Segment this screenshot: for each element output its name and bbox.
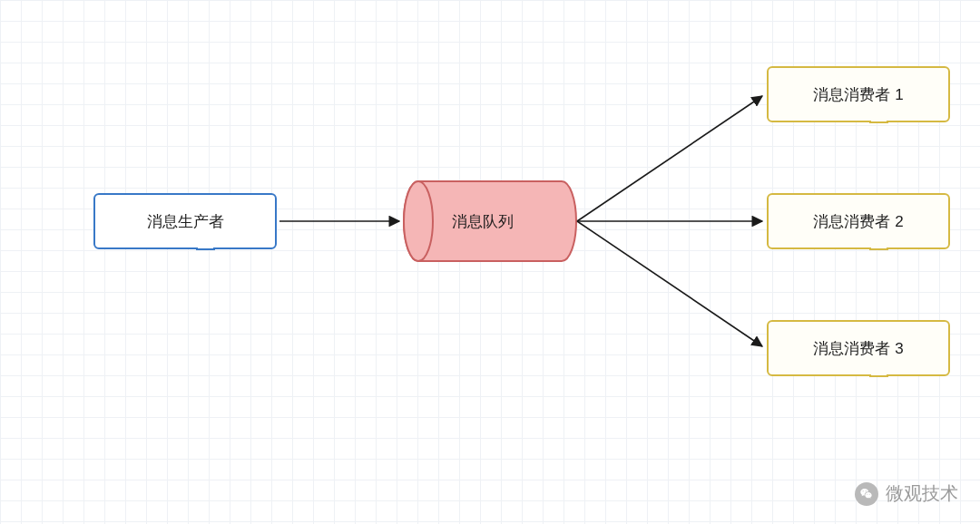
consumer-node-2: 消息消费者 2	[767, 193, 950, 249]
consumer-node-3: 消息消费者 3	[767, 320, 950, 376]
queue-label: 消息队列	[452, 211, 514, 232]
consumer-3-label: 消息消费者 3	[813, 338, 903, 359]
edge-queue-consumer1	[577, 96, 762, 221]
consumer-1-label: 消息消费者 1	[813, 84, 903, 105]
watermark-text: 微观技术	[886, 481, 958, 506]
wechat-icon	[855, 482, 878, 506]
edge-queue-consumer3	[577, 221, 762, 346]
watermark: 微观技术	[855, 481, 958, 506]
queue-node: 消息队列	[402, 180, 564, 263]
producer-label: 消息生产者	[147, 211, 224, 232]
consumer-2-label: 消息消费者 2	[813, 211, 903, 232]
producer-node: 消息生产者	[93, 193, 277, 249]
consumer-node-1: 消息消费者 1	[767, 66, 950, 122]
